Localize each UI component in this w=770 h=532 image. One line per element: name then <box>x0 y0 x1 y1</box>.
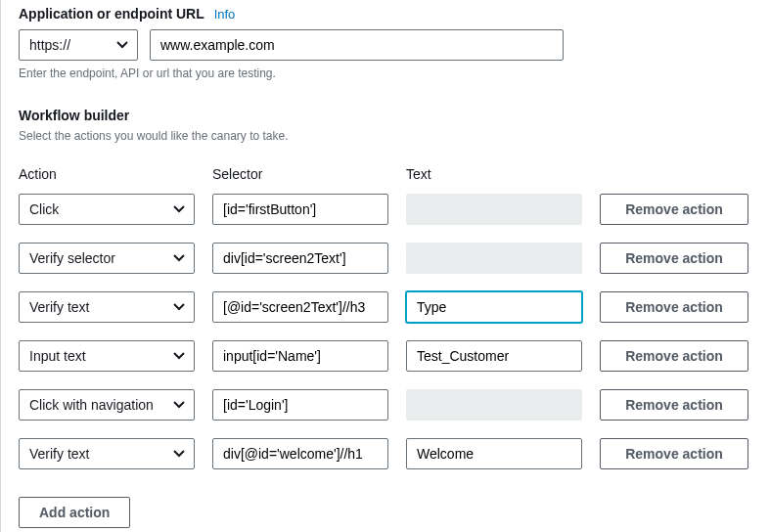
remove-action-button[interactable]: Remove action <box>600 438 748 469</box>
col-action-label: Action <box>19 166 195 182</box>
selector-input[interactable] <box>212 340 388 372</box>
action-value: Click <box>29 201 59 217</box>
action-select[interactable]: Verify text <box>19 291 195 323</box>
remove-action-button[interactable]: Remove action <box>600 291 748 323</box>
workflow-row: Verify textRemove action <box>19 291 752 323</box>
workflow-title: Workflow builder <box>19 108 129 123</box>
action-value: Verify text <box>29 446 89 462</box>
workflow-row: Input textRemove action <box>19 340 752 372</box>
workflow-row: ClickRemove action <box>19 194 752 225</box>
endpoint-url-input[interactable] <box>150 29 564 61</box>
action-value: Click with navigation <box>29 397 154 413</box>
action-select[interactable]: Verify selector <box>19 243 195 274</box>
workflow-row: Click with navigationRemove action <box>19 389 752 421</box>
selector-input[interactable] <box>212 389 388 421</box>
protocol-select[interactable]: https:// <box>19 29 138 61</box>
workflow-header-row: Action Selector Text <box>19 166 752 182</box>
action-select[interactable]: Input text <box>19 340 195 372</box>
endpoint-section: Application or endpoint URL Info https:/… <box>19 6 752 80</box>
selector-input[interactable] <box>212 291 388 323</box>
remove-action-button[interactable]: Remove action <box>600 340 748 372</box>
action-value: Input text <box>29 348 86 364</box>
remove-action-button[interactable]: Remove action <box>600 389 748 421</box>
add-action-button[interactable]: Add action <box>19 497 130 528</box>
protocol-value: https:// <box>29 37 70 53</box>
info-link[interactable]: Info <box>214 7 236 22</box>
selector-input[interactable] <box>212 194 388 225</box>
workflow-row: Verify selectorRemove action <box>19 243 752 274</box>
action-select[interactable]: Click with navigation <box>19 389 195 421</box>
text-input[interactable] <box>406 340 582 372</box>
action-value: Verify selector <box>29 250 115 266</box>
action-value: Verify text <box>29 299 89 315</box>
action-select[interactable]: Verify text <box>19 438 195 469</box>
selector-input[interactable] <box>212 438 388 469</box>
workflow-row: Verify textRemove action <box>19 438 752 469</box>
workflow-subtitle: Select the actions you would like the ca… <box>19 129 752 143</box>
selector-input[interactable] <box>212 243 388 274</box>
text-input <box>406 194 582 225</box>
text-input <box>406 389 582 421</box>
workflow-section: Workflow builder Select the actions you … <box>19 108 752 528</box>
col-text-label: Text <box>406 166 582 182</box>
text-input[interactable] <box>406 438 582 469</box>
action-select[interactable]: Click <box>19 194 195 225</box>
endpoint-url-row: https:// <box>19 29 752 61</box>
col-selector-label: Selector <box>212 166 388 182</box>
endpoint-helper-text: Enter the endpoint, API or url that you … <box>19 66 752 80</box>
workflow-rows: ClickRemove actionVerify selectorRemove … <box>19 194 752 469</box>
remove-action-button[interactable]: Remove action <box>600 243 748 274</box>
text-input <box>406 243 582 274</box>
text-input[interactable] <box>406 291 582 323</box>
remove-action-button[interactable]: Remove action <box>600 194 748 225</box>
endpoint-label: Application or endpoint URL <box>19 6 204 22</box>
